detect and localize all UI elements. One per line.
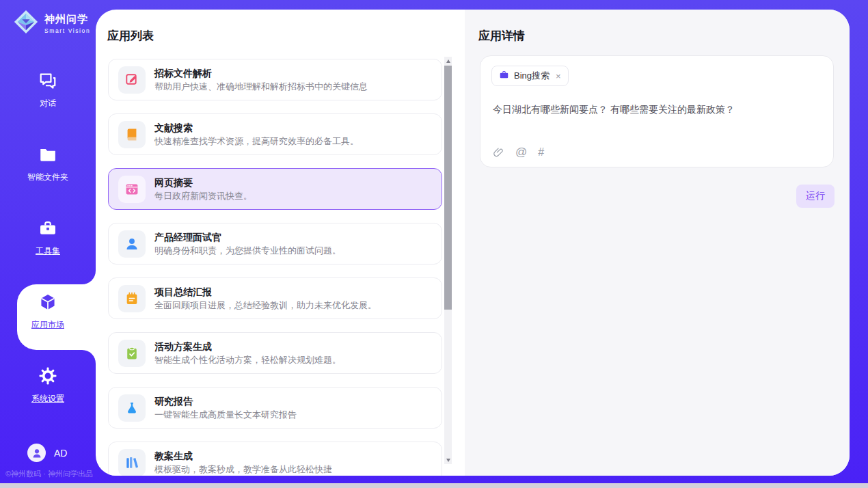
paperclip-icon[interactable] xyxy=(493,146,504,158)
app-item-title: 项目总结汇报 xyxy=(154,287,377,297)
copyright-text: ©神州数码 · 神州问学出品 xyxy=(5,469,93,479)
research-icon xyxy=(118,394,146,422)
avatar xyxy=(27,444,46,462)
app-list-item-4[interactable]: 项目总结汇报全面回顾项目进展，总结经验教训，助力未来优化发展。 xyxy=(108,277,442,319)
prompt-card: Bing搜索 × 今日湖北有哪些新闻要点？ 有哪些需要关注的最新政策？ @# xyxy=(480,55,834,167)
app-list-item-7[interactable]: 教案生成模板驱动，教案秒成，教学准备从此轻松快捷 xyxy=(108,442,442,476)
sidebar-item-2[interactable]: 工具集 xyxy=(0,219,96,272)
tool-tag-label: Bing搜索 xyxy=(514,70,550,82)
main-panel: 应用列表 招标文件解析帮助用户快速、准确地理解和解析招标书中的关键信息文献搜索快… xyxy=(96,10,850,476)
books-icon xyxy=(118,449,146,476)
app-item-title: 研究报告 xyxy=(154,396,297,406)
sidebar-item-1[interactable]: 智能文件夹 xyxy=(0,145,96,198)
sidebar: 神州问学 Smart Vision 对话智能文件夹工具集应用市场系统设置 AD … xyxy=(0,0,96,488)
app-item-title: 产品经理面试官 xyxy=(154,232,341,242)
app-list: 招标文件解析帮助用户快速、准确地理解和解析招标书中的关键信息文献搜索快速精准查找… xyxy=(108,59,442,476)
app-list-panel: 应用列表 招标文件解析帮助用户快速、准确地理解和解析招标书中的关键信息文献搜索快… xyxy=(96,10,465,476)
tab-flare-top xyxy=(82,271,96,284)
gear-icon xyxy=(38,366,57,388)
sidebar-item-3[interactable]: 应用市场 xyxy=(0,293,96,346)
interviewer-icon xyxy=(118,230,146,258)
tab-flare-bottom xyxy=(82,350,96,364)
app-list-item-6[interactable]: 研究报告一键智能生成高质量长文本研究报告 xyxy=(108,387,442,429)
app-item-description: 快速精准查找学术资源，提高研究效率的必备工具。 xyxy=(154,137,359,146)
toolbox-icon xyxy=(38,219,57,241)
close-icon[interactable]: × xyxy=(556,71,561,81)
clipboard-check-icon xyxy=(118,340,146,367)
app-item-title: 文献搜索 xyxy=(154,123,359,133)
app-list-item-5[interactable]: 活动方案生成智能生成个性化活动方案，轻松解决规划难题。 xyxy=(108,332,442,374)
app-item-title: 教案生成 xyxy=(154,451,332,461)
edit-document-icon xyxy=(118,66,146,94)
app-item-title: 活动方案生成 xyxy=(154,342,341,351)
app-item-description: 一键智能生成高质量长文本研究报告 xyxy=(154,410,297,419)
app-list-item-3[interactable]: 产品经理面试官明确身份和职责，为您提供专业性的面试问题。 xyxy=(108,223,442,265)
brand: 神州问学 Smart Vision xyxy=(13,9,90,38)
briefcase-icon xyxy=(499,70,509,83)
hash-icon[interactable]: # xyxy=(538,147,544,158)
run-button[interactable]: 运行 xyxy=(796,185,835,208)
app-item-description: 全面回顾项目进展，总结经验教训，助力未来优化发展。 xyxy=(154,301,377,310)
app-list-item-0[interactable]: 招标文件解析帮助用户快速、准确地理解和解析招标书中的关键信息 xyxy=(108,59,442,100)
sidebar-item-label: 系统设置 xyxy=(31,393,64,405)
sidebar-item-4[interactable]: 系统设置 xyxy=(0,366,96,420)
bottom-edge-strip xyxy=(0,483,868,488)
browser-code-icon xyxy=(118,176,146,203)
gem-diamond-icon xyxy=(13,9,39,38)
app-item-description: 帮助用户快速、准确地理解和解析招标书中的关键信息 xyxy=(154,82,368,91)
app-item-description: 模板驱动，教案秒成，教学准备从此轻松快捷 xyxy=(154,465,332,474)
app-list-item-1[interactable]: 文献搜索快速精准查找学术资源，提高研究效率的必备工具。 xyxy=(108,113,442,155)
sidebar-item-label: 工具集 xyxy=(36,245,60,257)
scrollbar-up-arrow-icon[interactable] xyxy=(444,57,452,65)
brand-title: 神州问学 xyxy=(44,13,90,26)
book-icon xyxy=(118,121,146,148)
report-note-icon xyxy=(118,285,146,312)
folder-icon xyxy=(38,145,57,167)
sidebar-item-label: 应用市场 xyxy=(31,319,64,331)
chat-icon xyxy=(38,71,57,93)
sidebar-item-0[interactable]: 对话 xyxy=(0,71,96,124)
user-name: AD xyxy=(54,448,67,459)
app-detail-title: 应用详情 xyxy=(478,28,525,44)
scrollbar-thumb[interactable] xyxy=(444,66,452,310)
app-item-description: 智能生成个性化活动方案，轻松解决规划难题。 xyxy=(154,355,341,364)
query-text[interactable]: 今日湖北有哪些新闻要点？ 有哪些需要关注的最新政策？ xyxy=(493,103,821,116)
user-account[interactable]: AD xyxy=(27,444,67,462)
brand-subtitle: Smart Vision xyxy=(44,27,90,34)
sidebar-item-label: 对话 xyxy=(40,98,56,109)
mention-icon[interactable]: @ xyxy=(515,146,527,158)
app-list-item-2[interactable]: 网页摘要每日政府新闻资讯快查。 xyxy=(108,168,442,210)
tool-tag-bing-search[interactable]: Bing搜索 × xyxy=(491,66,569,86)
app-detail-panel: 应用详情 Bing搜索 × 今日湖北有哪些新闻要点？ 有哪些需要关注的最新政策？… xyxy=(465,10,850,476)
app-list-title: 应用列表 xyxy=(107,28,154,44)
scrollbar-track[interactable] xyxy=(444,57,452,464)
scrollbar-down-arrow-icon[interactable] xyxy=(444,456,452,464)
sidebar-item-label: 智能文件夹 xyxy=(27,172,68,183)
app-item-title: 招标文件解析 xyxy=(154,68,368,78)
cube-icon xyxy=(38,293,57,314)
app-item-description: 每日政府新闻资讯快查。 xyxy=(154,191,252,200)
app-item-description: 明确身份和职责，为您提供专业性的面试问题。 xyxy=(154,246,341,255)
attachment-toolbar: @# xyxy=(493,146,544,158)
app-item-title: 网页摘要 xyxy=(154,178,252,187)
